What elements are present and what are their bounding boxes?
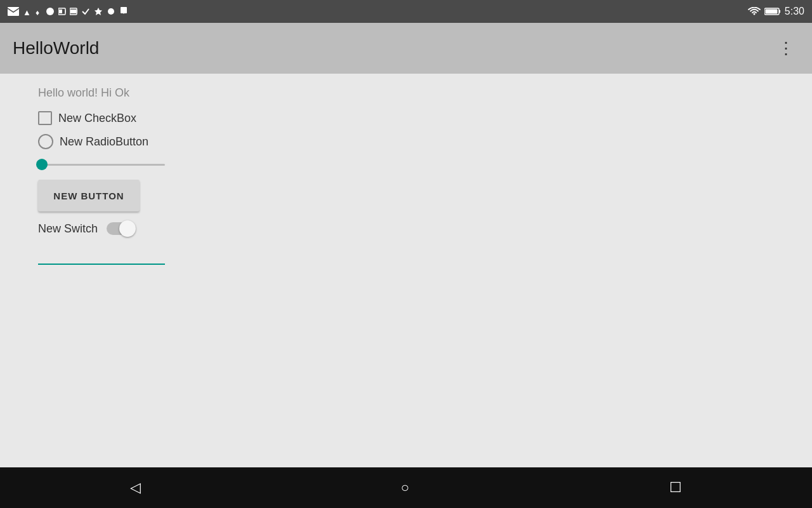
bluetooth-icon: ♦ xyxy=(36,7,42,16)
svg-point-11 xyxy=(108,8,114,15)
svg-marker-10 xyxy=(95,8,102,15)
status-time: 5:30 xyxy=(785,6,804,17)
radio-label: New RadioButton xyxy=(60,135,148,149)
svg-text:▲: ▲ xyxy=(23,8,31,16)
text-input[interactable] xyxy=(38,246,165,265)
svg-rect-8 xyxy=(77,10,77,13)
overflow-menu-button[interactable]: ⋮ xyxy=(773,34,799,64)
home-button[interactable]: ○ xyxy=(382,473,428,502)
svg-text:♦: ♦ xyxy=(36,8,39,16)
bottom-nav: ◁ ○ ☐ xyxy=(0,467,812,508)
battery-half-icon xyxy=(58,7,66,16)
wifi-signal-icon xyxy=(748,7,761,16)
svg-rect-5 xyxy=(65,10,66,13)
status-bar-left: ▲ ♦ xyxy=(8,7,128,16)
text-input-row xyxy=(38,246,165,265)
new-radio-button[interactable] xyxy=(38,134,53,149)
button-row: NEW BUTTON xyxy=(38,180,774,211)
circle-icon xyxy=(46,7,55,16)
checkbox-label: New CheckBox xyxy=(58,112,136,125)
svg-rect-9 xyxy=(70,10,76,13)
new-checkbox[interactable] xyxy=(38,111,52,125)
download-icon xyxy=(119,7,128,16)
mail-icon xyxy=(8,7,19,16)
status-bar: ▲ ♦ xyxy=(0,0,812,23)
app-title: HelloWorld xyxy=(13,38,99,58)
content-area: Hello world! Hi Ok New CheckBox New Radi… xyxy=(0,74,812,467)
svg-rect-16 xyxy=(765,10,777,14)
switch-thumb xyxy=(119,220,136,237)
radio-row: New RadioButton xyxy=(38,134,774,149)
android-icon xyxy=(107,7,115,16)
wifi-icon: ▲ xyxy=(23,7,32,16)
slider-container xyxy=(38,158,165,171)
svg-rect-6 xyxy=(59,10,62,13)
status-bar-right: 5:30 xyxy=(748,6,804,17)
hello-text: Hello world! Hi Ok xyxy=(38,86,774,100)
switch-row: New Switch xyxy=(38,220,774,237)
new-button[interactable]: NEW BUTTON xyxy=(38,180,140,211)
new-switch[interactable] xyxy=(107,220,136,237)
back-button[interactable]: ◁ xyxy=(111,473,160,502)
star-icon xyxy=(94,7,103,16)
check-icon xyxy=(81,7,90,16)
checkbox-row: New CheckBox xyxy=(38,111,774,125)
recents-button[interactable]: ☐ xyxy=(650,473,701,502)
svg-point-3 xyxy=(46,8,54,15)
slider-row xyxy=(38,158,774,171)
app-bar: HelloWorld ⋮ xyxy=(0,23,812,74)
battery-status-icon xyxy=(764,7,781,16)
svg-rect-0 xyxy=(8,7,19,16)
battery-full-icon xyxy=(70,7,77,16)
svg-rect-15 xyxy=(779,10,780,13)
switch-label: New Switch xyxy=(38,222,98,236)
